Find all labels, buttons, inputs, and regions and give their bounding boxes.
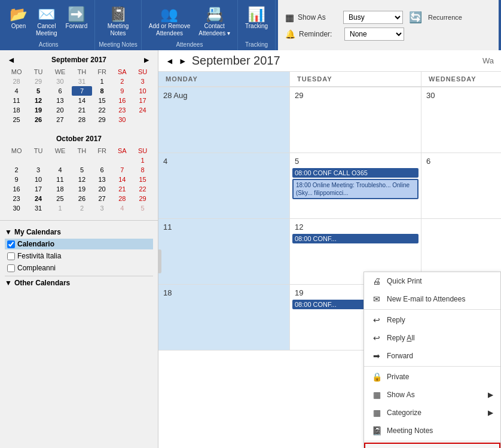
table-row[interactable]: 28 xyxy=(112,194,132,203)
cell-aug29[interactable]: 29 xyxy=(290,87,421,153)
private-item[interactable]: 🔒 Private xyxy=(364,368,500,386)
table-row[interactable]: 25 xyxy=(48,194,72,203)
table-row[interactable]: 16 xyxy=(5,184,28,194)
new-email-item[interactable]: ✉ New E-mail to Attendees xyxy=(364,290,500,308)
table-row[interactable]: 15 xyxy=(92,96,112,105)
cell-sep18[interactable]: 18 xyxy=(158,285,290,350)
table-row[interactable]: 27 xyxy=(48,115,72,124)
table-row[interactable]: 23 xyxy=(112,105,132,115)
cell-sep11[interactable]: 11 xyxy=(158,219,290,284)
sep-next-button[interactable]: ► xyxy=(140,55,153,65)
cell-sep4[interactable]: 4 xyxy=(158,153,290,218)
table-row[interactable]: 18 xyxy=(48,184,72,194)
table-row[interactable]: 29 xyxy=(92,115,112,124)
table-row[interactable]: 28 xyxy=(5,77,28,86)
table-row[interactable]: 12 xyxy=(72,175,92,184)
show-as-item[interactable]: ▦ Show As ▶ xyxy=(364,386,500,404)
forward-ctx-item[interactable]: ➡ Forward xyxy=(364,347,500,365)
cell-aug28[interactable]: 28 Aug xyxy=(158,87,290,153)
table-row[interactable]: 2 xyxy=(5,165,28,175)
table-row[interactable]: 4 xyxy=(5,86,28,96)
table-row[interactable]: 26 xyxy=(28,115,48,124)
table-row[interactable]: 22 xyxy=(92,105,112,115)
table-row[interactable]: 21 xyxy=(72,105,92,115)
table-row[interactable]: 15 xyxy=(132,175,153,184)
table-row[interactable]: 1 xyxy=(92,77,112,86)
cal-prev-button[interactable]: ◄ xyxy=(166,56,174,66)
table-row[interactable]: 28 xyxy=(72,115,92,124)
table-row[interactable]: 1 xyxy=(132,156,153,165)
table-row[interactable]: 24 xyxy=(132,105,153,115)
cell-aug30[interactable]: 30 xyxy=(421,87,501,153)
add-remove-attendees-button[interactable]: 👥 Add or RemoveAttendees xyxy=(145,5,194,39)
table-row[interactable]: 9 xyxy=(112,86,132,96)
table-row[interactable]: 13 xyxy=(92,175,112,184)
table-row[interactable]: 9 xyxy=(5,175,28,184)
calendario-checkbox[interactable] xyxy=(7,240,15,248)
reminder-select[interactable]: None 5 minutes 15 minutes 30 minutes xyxy=(344,28,404,41)
tracking-button[interactable]: 📊 Tracking xyxy=(242,5,271,32)
table-row[interactable]: 12 xyxy=(28,96,48,105)
open-button[interactable]: 📂 Open xyxy=(6,5,31,32)
festivita-item[interactable]: Festività Italia xyxy=(5,251,153,261)
table-row[interactable]: 23 xyxy=(5,194,28,203)
table-row[interactable]: 14 xyxy=(72,96,92,105)
sep-prev-button[interactable]: ◄ xyxy=(5,55,18,65)
table-row[interactable]: 29 xyxy=(28,77,48,86)
table-row[interactable]: 17 xyxy=(132,96,153,105)
table-row[interactable] xyxy=(92,156,112,165)
recurrence-button[interactable]: 🔄 xyxy=(407,10,424,25)
table-row[interactable]: 11 xyxy=(5,96,28,105)
table-row[interactable] xyxy=(5,156,28,165)
table-row[interactable]: 27 xyxy=(92,194,112,203)
my-calendars-title[interactable]: ▼ My Calendars xyxy=(5,228,153,236)
cell-sep6[interactable]: 6 xyxy=(421,153,501,218)
table-row[interactable]: 18 xyxy=(5,105,28,115)
table-row[interactable]: 2 xyxy=(112,77,132,86)
table-row[interactable]: 2 xyxy=(72,203,92,213)
table-row[interactable]: 6 xyxy=(92,165,112,175)
table-row[interactable]: 19 xyxy=(72,184,92,194)
table-row[interactable]: 30 xyxy=(5,203,28,213)
table-row[interactable]: 29 xyxy=(132,194,153,203)
forward-button[interactable]: ➡️ Forward xyxy=(62,5,91,32)
table-row[interactable]: 22 xyxy=(132,184,153,194)
contact-attendees-button[interactable]: 📇 ContactAttendees ▾ xyxy=(195,5,234,39)
collapse-handle[interactable] xyxy=(158,249,161,273)
table-row[interactable]: 31 xyxy=(28,203,48,213)
event-online-meeting[interactable]: 18:00 Online Meeting: Troublesho... Onli… xyxy=(292,179,418,199)
table-row[interactable] xyxy=(132,115,153,124)
meeting-notes-button[interactable]: 📓 MeetingNotes xyxy=(104,5,133,39)
reply-all-item[interactable]: ↩ Reply All xyxy=(364,329,500,347)
table-row[interactable]: 24 xyxy=(28,194,48,203)
table-row[interactable]: 5 xyxy=(72,165,92,175)
show-as-select[interactable]: Busy Free Tentative Out of Office xyxy=(343,11,403,24)
meeting-notes-ctx-item[interactable]: 📓 Meeting Notes xyxy=(364,422,500,440)
compleanni-checkbox[interactable] xyxy=(7,264,15,272)
table-row[interactable]: 20 xyxy=(92,184,112,194)
table-row[interactable]: 21 xyxy=(112,184,132,194)
cell-sep5[interactable]: 5 08:00 CONF CALL O365 18:00 Online Meet… xyxy=(290,153,421,218)
table-row[interactable]: 26 xyxy=(72,194,92,203)
table-row[interactable] xyxy=(72,156,92,165)
cal-next-button[interactable]: ► xyxy=(179,56,187,66)
table-row[interactable]: 3 xyxy=(132,77,153,86)
table-row[interactable]: 25 xyxy=(5,115,28,124)
table-row[interactable]: 20 xyxy=(48,105,72,115)
table-row[interactable]: 17 xyxy=(28,184,48,194)
table-row[interactable]: 8 xyxy=(132,165,153,175)
table-row[interactable]: 3 xyxy=(28,165,48,175)
table-row[interactable]: 16 xyxy=(112,96,132,105)
table-row[interactable]: 30 xyxy=(48,77,72,86)
table-row[interactable]: 10 xyxy=(28,175,48,184)
table-row[interactable]: 14 xyxy=(112,175,132,184)
today-cell[interactable]: 7 xyxy=(72,86,92,96)
reply-item[interactable]: ↩ Reply xyxy=(364,311,500,329)
table-row[interactable] xyxy=(48,156,72,165)
event-conf-call[interactable]: 08:00 CONF CALL O365 xyxy=(292,168,418,178)
table-row[interactable]: 30 xyxy=(112,115,132,124)
cancel-meeting-button[interactable]: ✉️ CancelMeeting xyxy=(32,5,61,39)
other-calendars-title[interactable]: ▼ Other Calendars xyxy=(5,279,153,287)
table-row[interactable]: 1 xyxy=(48,203,72,213)
table-row[interactable]: 13 xyxy=(48,96,72,105)
